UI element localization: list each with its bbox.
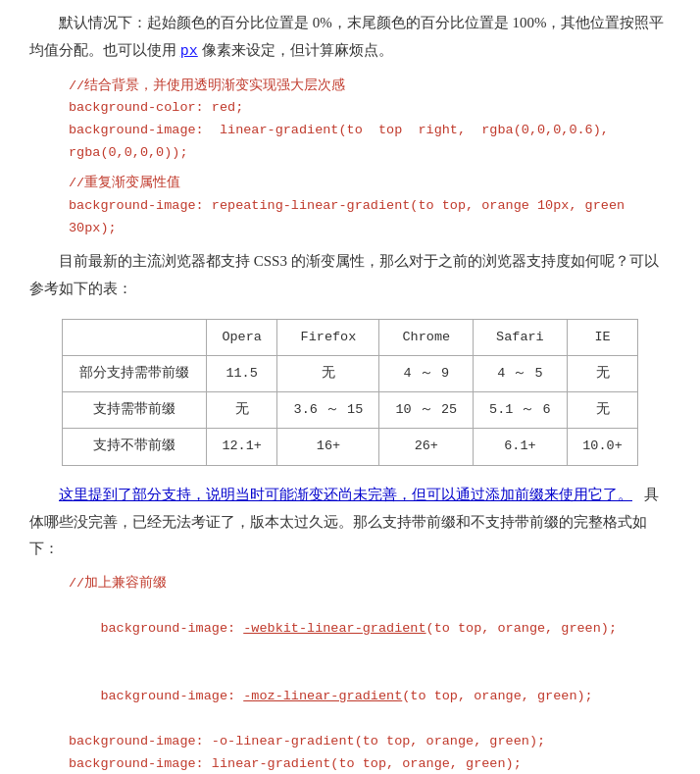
note-link[interactable]: 这里提到了部分支持，说明当时可能渐变还尚未完善，但可以通过添加前缀来使用它了。 <box>59 487 632 502</box>
table-header-safari: Safari <box>474 319 568 355</box>
table-cell-0-0: 部分支持需带前缀 <box>62 355 206 391</box>
para2-text: 目前最新的主流浏览器都支持 CSS3 的渐变属性，那么对于之前的浏览器支持度如何… <box>29 248 671 303</box>
compat-line-4: background-image: linear-gradient(to top… <box>69 753 671 775</box>
compat-line-3: background-image: -o-linear-gradient(to … <box>69 731 671 753</box>
table-header-row: OperaFirefoxChromeSafariIE <box>62 319 638 355</box>
table-cell-1-1: 无 <box>206 392 277 429</box>
table-header-firefox: Firefox <box>277 319 379 355</box>
table-cell-2-3: 26+ <box>379 429 474 465</box>
table-cell-0-5: 无 <box>567 355 638 391</box>
table-cell-1-3: 10 ～ 25 <box>379 392 474 429</box>
webkit-gradient-link: -webkit-linear-gradient <box>243 621 425 636</box>
table-cell-2-4: 6.1+ <box>474 429 568 465</box>
table-cell-2-1: 12.1+ <box>206 429 277 465</box>
table-cell-0-4: 4 ～ 5 <box>474 355 568 391</box>
intro-para1: 默认情况下：起始颜色的百分比位置是 0%，末尾颜色的百分比位置是 100%，其他… <box>29 10 671 66</box>
table-header-opera: Opera <box>206 319 277 355</box>
code-line-1-2: background-image: linear-gradient(to top… <box>69 120 671 142</box>
browser-support-table: OperaFirefoxChromeSafariIE 部分支持需带前缀11.5无… <box>62 319 639 466</box>
table-cell-2-0: 支持不带前缀 <box>62 429 206 465</box>
table-cell-2-2: 16+ <box>277 429 379 465</box>
table-header-feature <box>62 319 206 355</box>
compat-comment: //加上兼容前缀 <box>69 573 671 595</box>
code-line-2-1: background-image: repeating-linear-gradi… <box>69 195 671 218</box>
compat-line-2: background-image: -moz-linear-gradient(t… <box>69 663 671 731</box>
compat-line-1: background-image: -webkit-linear-gradien… <box>69 595 671 663</box>
table-cell-1-4: 5.1 ～ 6 <box>474 392 568 429</box>
table-cell-1-5: 无 <box>567 392 638 429</box>
code-line-2-2: 30px); <box>69 218 671 240</box>
table-cell-0-1: 11.5 <box>206 355 277 391</box>
code-block-1: //结合背景，并使用透明渐变实现强大层次感 background-color: … <box>69 76 671 166</box>
table-row: 支持不带前缀12.1+16+26+6.1+10.0+ <box>62 429 638 465</box>
table-cell-0-3: 4 ～ 9 <box>379 355 474 391</box>
code-comment-1: //结合背景，并使用透明渐变实现强大层次感 <box>69 76 671 98</box>
table-cell-1-0: 支持需带前缀 <box>62 392 206 429</box>
table-header-ie: IE <box>567 319 638 355</box>
code-line-1-1: background-color: red; <box>69 97 671 120</box>
moz-gradient-link: -moz-linear-gradient <box>243 689 402 703</box>
table-cell-1-2: 3.6 ～ 15 <box>277 392 379 429</box>
code-line-1-3: rgba(0,0,0,0)); <box>69 142 671 165</box>
compat-code-block: //加上兼容前缀 background-image: -webkit-linea… <box>69 573 671 774</box>
table-row: 支持需带前缀无3.6 ～ 1510 ～ 255.1 ～ 6无 <box>62 392 638 429</box>
code-comment-2: //重复渐变属性值 <box>69 173 671 195</box>
table-row: 部分支持需带前缀11.5无4 ～ 94 ～ 5无 <box>62 355 638 391</box>
table-cell-0-2: 无 <box>277 355 379 391</box>
code-block-2: //重复渐变属性值 background-image: repeating-li… <box>69 173 671 240</box>
px-highlight: px <box>180 43 198 60</box>
table-header-chrome: Chrome <box>379 319 474 355</box>
note-para: 这里提到了部分支持，说明当时可能渐变还尚未完善，但可以通过添加前缀来使用它了。 … <box>29 482 671 563</box>
table-cell-2-5: 10.0+ <box>567 429 638 465</box>
